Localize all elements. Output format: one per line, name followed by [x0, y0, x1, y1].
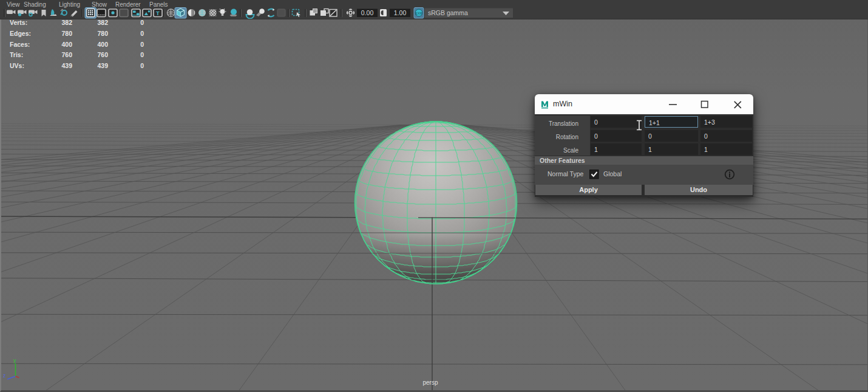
svg-text:Verts:: Verts: [10, 19, 27, 26]
svg-text:UVs:: UVs: [10, 62, 24, 69]
svg-text:400: 400 [61, 41, 72, 48]
svg-text:382: 382 [97, 19, 108, 26]
svg-text:0: 0 [140, 19, 144, 26]
svg-text:Tris:: Tris: [10, 51, 23, 58]
svg-text:780: 780 [97, 30, 108, 37]
svg-text:Edges:: Edges: [10, 30, 31, 37]
svg-text:sRGB gamma: sRGB gamma [428, 9, 468, 16]
svg-text:0: 0 [140, 30, 144, 37]
svg-text:T: T [156, 10, 160, 16]
svg-text:Faces:: Faces: [10, 41, 30, 48]
svg-text:780: 780 [61, 30, 72, 37]
svg-text:0: 0 [140, 41, 144, 48]
svg-text:0.00: 0.00 [361, 9, 374, 16]
svg-text:0: 0 [140, 62, 144, 69]
svg-text:439: 439 [61, 62, 72, 69]
svg-text:760: 760 [97, 51, 108, 58]
svg-text:z: z [3, 373, 6, 379]
svg-text:760: 760 [61, 51, 72, 58]
svg-text:400: 400 [97, 41, 108, 48]
svg-text:y: y [13, 357, 16, 363]
svg-text:382: 382 [61, 19, 72, 26]
svg-text:1.00: 1.00 [394, 9, 407, 16]
svg-text:0: 0 [140, 51, 144, 58]
svg-text:EXR: EXR [415, 12, 422, 15]
svg-text:439: 439 [97, 62, 108, 69]
